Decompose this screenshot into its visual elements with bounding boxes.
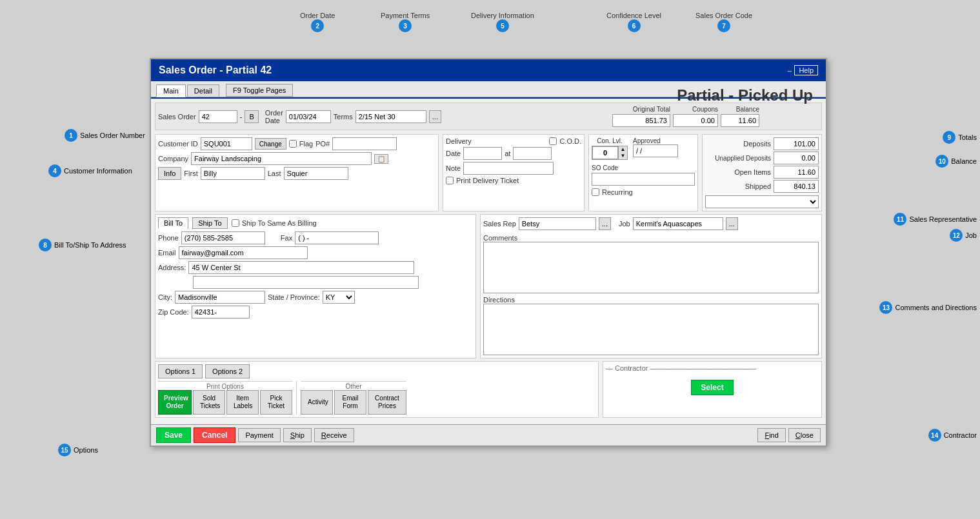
sales-rep-label: Sales Rep [483,220,516,228]
ship-same-label: Ship To Same As Billing [242,219,317,227]
unapplied-deposits-input [774,152,819,164]
activity-button[interactable]: Activity [301,390,333,415]
options-annotation: Options [74,446,98,454]
cod-checkbox[interactable] [549,137,557,145]
terms-input[interactable] [355,110,426,123]
ship-to-tab[interactable]: Ship To [192,217,228,229]
bill-ship-annotation: Bill To/Ship To Address [54,241,126,249]
city-input[interactable] [175,291,265,304]
delivery-date-input[interactable] [463,147,502,160]
balance-input [721,114,759,127]
terms-label: Terms [334,113,353,121]
original-total-label: Original Total [612,106,670,113]
preview-order-button[interactable]: PreviewOrder [158,390,192,415]
change-button[interactable]: Change [255,138,286,150]
options2-button[interactable]: Options 2 [205,364,250,378]
sales-order-input[interactable] [199,110,237,123]
payment-button[interactable]: Payment [238,428,280,442]
con-lvl-label: Con. Lvl. [597,137,622,144]
city-label: City: [158,293,172,301]
flag-label: Flag [299,140,313,148]
pick-ticket-button[interactable]: PickTicket [260,390,292,415]
find-button[interactable]: Find [757,428,785,442]
confidence-annotation-label: Confidence Level [606,12,661,19]
tab-main[interactable]: Main [156,84,186,97]
zip-input[interactable] [192,306,250,318]
spinner-up[interactable]: ▲ [618,146,627,153]
balance-annotation: Balance [951,157,977,165]
order-date-annotation-label: Order Date [300,12,335,19]
save-button[interactable]: Save [156,427,191,443]
ship-button[interactable]: Ship [283,428,312,442]
customer-id-input[interactable] [201,137,252,150]
job-input[interactable] [633,217,723,230]
contractor-line: ——————————————— [650,364,756,372]
name-row: Info First Billy Last Squier [158,167,435,180]
flag-checkbox[interactable] [289,140,297,148]
receive-button[interactable]: Receive [314,428,354,442]
tab-detail[interactable]: Detail [187,84,219,97]
deposits-input [774,137,819,150]
payment-terms-annotation-label: Payment Terms [381,12,430,19]
tab-f9[interactable]: F9 Toggle Pages [226,84,293,97]
order-date-input[interactable] [286,110,331,123]
print-delivery-label: Print Delivery Ticket [456,177,519,184]
sales-rep-ellipsis[interactable]: ... [599,217,611,230]
confidence-input[interactable] [592,146,618,159]
recurring-label: Recurring [602,188,633,196]
spinner-down[interactable]: ▼ [618,153,627,159]
options1-button[interactable]: Options 1 [158,364,203,378]
po-input[interactable] [332,137,397,150]
delivery-label: Delivery [446,137,472,145]
item-labels-button[interactable]: ItemLabels [226,390,259,415]
address2-input[interactable] [193,276,419,289]
first-input[interactable]: Billy [201,167,265,180]
sold-tickets-button[interactable]: SoldTickets [193,390,225,415]
b-button[interactable]: B [245,110,258,123]
email-input[interactable] [179,246,308,259]
company-input[interactable]: Fairway Landscaping [191,152,372,165]
so-code-input[interactable] [592,173,695,186]
print-options-label: Print Options [206,383,244,390]
contractor-select-button[interactable]: Select [691,380,733,395]
sales-rep-input[interactable] [519,217,596,230]
comments-annotation: Comments and Directions [895,304,977,311]
directions-textarea[interactable] [483,304,819,355]
approved-input[interactable] [633,144,678,157]
customer-id-label: Customer ID [158,140,198,148]
comments-textarea[interactable] [483,242,819,293]
contract-prices-button[interactable]: ContractPrices [368,390,406,415]
info-button[interactable]: Info [158,167,181,180]
email-form-button[interactable]: EmailForm [334,390,366,415]
last-label: Last [268,170,281,177]
po-label: PO# [315,140,330,148]
note-input[interactable] [463,162,554,175]
comments-label: Comments [483,234,819,242]
minimize-button[interactable]: – [787,66,792,75]
phone-input[interactable] [181,231,265,244]
last-input[interactable]: Squier [284,167,348,180]
company-label: Company [158,155,188,162]
address1-input[interactable] [188,261,414,274]
order-date-label: OrderDate [265,109,283,124]
directions-label: Directions [483,296,819,304]
delivery-time-input[interactable] [513,147,552,160]
copy-button[interactable]: 📋 [374,154,388,164]
other-label: Other [345,383,361,390]
recurring-checkbox[interactable] [592,188,599,196]
close-button[interactable]: Close [788,428,821,442]
fax-input[interactable] [295,231,379,244]
print-delivery-checkbox[interactable] [446,177,454,184]
bill-to-tab[interactable]: Bill To [158,217,188,229]
shipped-label: Shipped [705,182,771,190]
open-items-label: Open Items [705,168,771,176]
cod-label: C.O.D. [559,137,581,145]
title-bar: Sales Order - Partial 42 – Help [151,59,826,81]
job-ellipsis[interactable]: ... [726,217,738,230]
cancel-button[interactable]: Cancel [194,427,235,443]
help-button[interactable]: Help [794,65,818,75]
terms-ellipsis-btn[interactable]: ... [429,110,441,123]
state-select[interactable]: KY [323,291,355,304]
ship-same-checkbox[interactable] [232,219,239,227]
sales-rep-select-dropdown[interactable] [705,195,819,208]
